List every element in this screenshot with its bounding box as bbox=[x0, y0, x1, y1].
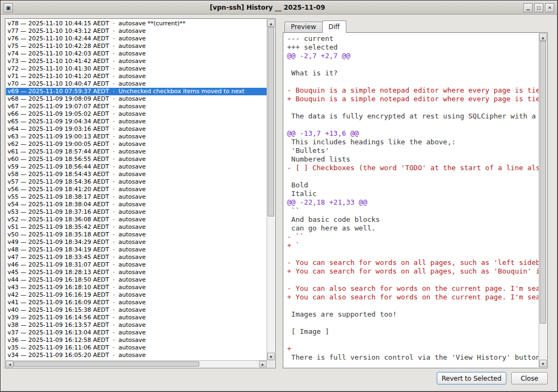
revert-to-selected-button[interactable]: Revert to Selected bbox=[437, 372, 506, 384]
history-row[interactable]: v52 — 2025-11-09 18:36:08 AEDT · autosav… bbox=[6, 216, 267, 223]
diff-content: --- current+++ selected@@ -2,7 +2,7 @@ W… bbox=[284, 33, 539, 367]
diff-vertical-scrollbar[interactable]: ▲ ▼ bbox=[539, 33, 547, 367]
diff-line-context: Bold bbox=[287, 181, 539, 190]
arrow-up-icon: ▲ bbox=[542, 36, 545, 39]
history-row[interactable]: v46 — 2025-11-09 18:31:07 AEDT · autosav… bbox=[6, 261, 267, 269]
history-row[interactable]: v53 — 2025-11-09 18:37:16 AEDT · autosav… bbox=[6, 208, 267, 216]
history-row[interactable]: v41 — 2025-11-09 16:16:09 AEDT · autosav… bbox=[6, 299, 267, 306]
diff-line-hunk: @@ -22,18 +21,33 @@ bbox=[287, 198, 539, 207]
history-row[interactable]: v58 — 2025-11-09 18:54:43 AEDT · autosav… bbox=[6, 171, 267, 178]
history-row[interactable]: v66 — 2025-11-09 19:05:02 AEDT · autosav… bbox=[6, 110, 267, 118]
scrollbar-track[interactable] bbox=[267, 27, 275, 353]
history-horizontal-scrollbar[interactable]: ◀ ▶ bbox=[6, 360, 267, 367]
history-row[interactable]: v48 — 2025-11-09 18:34:19 AEDT · autosav… bbox=[6, 246, 267, 254]
scrollbar-thumb[interactable] bbox=[540, 41, 546, 324]
diff-line-header: +++ selected bbox=[287, 43, 539, 52]
history-vertical-scrollbar[interactable]: ▲ ▼ bbox=[267, 19, 275, 360]
history-row[interactable]: v67 — 2025-11-09 19:07:07 AEDT · autosav… bbox=[6, 103, 267, 110]
history-row[interactable]: v45 — 2025-11-09 18:28:13 AEDT · autosav… bbox=[6, 269, 267, 276]
close-window-button[interactable]: ✕ bbox=[545, 3, 554, 12]
history-row[interactable]: v44 — 2025-11-09 16:18:50 AEDT · autosav… bbox=[6, 276, 267, 284]
history-row[interactable]: v39 — 2025-11-09 16:14:56 AEDT · autosav… bbox=[6, 314, 267, 321]
diff-line-added: + You can search for words on all pages,… bbox=[287, 267, 539, 276]
maximize-button[interactable]: □ bbox=[534, 3, 543, 12]
history-row[interactable]: v59 — 2025-11-09 18:56:44 AEDT · autosav… bbox=[6, 163, 267, 171]
diff-line-context bbox=[287, 302, 539, 310]
diff-line-header: --- current bbox=[287, 34, 539, 43]
history-row[interactable]: v63 — 2025-11-09 19:00:13 AEDT · autosav… bbox=[6, 133, 267, 141]
history-row[interactable]: v43 — 2025-11-09 16:18:10 AEDT · autosav… bbox=[6, 284, 267, 291]
diff-line-removed: - You can search for words on all pages,… bbox=[287, 258, 539, 267]
diff-line-context: Images are supported too! bbox=[287, 310, 539, 319]
history-row[interactable]: v62 — 2025-11-09 19:00:05 AEDT · autosav… bbox=[6, 141, 267, 148]
window-menu-button[interactable]: ▣ bbox=[4, 3, 13, 12]
diff-line-context: Italic bbox=[287, 190, 539, 198]
diff-line-context bbox=[287, 250, 539, 258]
scrollbar-thumb[interactable] bbox=[268, 27, 274, 216]
scroll-down-button[interactable]: ▼ bbox=[267, 353, 275, 360]
diff-line-removed: - [ ] Checkboxes (the word 'TODO' at the… bbox=[287, 164, 539, 172]
minimize-icon: ▁ bbox=[526, 5, 529, 10]
close-dialog-button[interactable]: Close bbox=[511, 372, 548, 384]
diff-line-context bbox=[287, 276, 539, 284]
history-row[interactable]: v56 — 2025-11-09 18:41:20 AEDT · autosav… bbox=[6, 186, 267, 193]
scroll-up-button[interactable]: ▲ bbox=[267, 19, 275, 27]
titlebar[interactable]: ▣ [vpn-ssh] History __ 2025-11-09 ▁ □ ✕ bbox=[1, 1, 557, 15]
history-row[interactable]: v68 — 2025-11-09 19:08:09 AEDT · autosav… bbox=[6, 95, 267, 103]
diff-line-context bbox=[287, 172, 539, 181]
history-row[interactable]: v36 — 2025-11-09 16:12:58 AEDT · autosav… bbox=[6, 337, 267, 344]
history-list[interactable]: v78 — 2025-11-10 10:44:15 AEDT · autosav… bbox=[6, 19, 267, 360]
diff-line-context bbox=[287, 103, 539, 112]
diff-line-context: What is it? bbox=[287, 69, 539, 78]
history-row[interactable]: v77 — 2025-11-10 10:43:12 AEDT · autosav… bbox=[6, 27, 267, 35]
minimize-button[interactable]: ▁ bbox=[524, 3, 533, 12]
history-row[interactable]: v75 — 2025-11-10 10:42:28 AEDT · autosav… bbox=[6, 43, 267, 50]
history-row[interactable]: v47 — 2025-11-09 18:33:45 AEDT · autosav… bbox=[6, 254, 267, 261]
history-row[interactable]: v40 — 2025-11-09 16:15:38 AEDT · autosav… bbox=[6, 306, 267, 314]
history-row[interactable]: v34 — 2025-11-09 16:05:20 AEDT · autosav… bbox=[6, 352, 267, 359]
history-row[interactable]: v72 — 2025-11-10 10:41:30 AEDT · autosav… bbox=[6, 65, 267, 73]
diff-line-context: There is full version control via the 'V… bbox=[287, 353, 539, 362]
history-row[interactable]: v57 — 2025-11-09 18:54:36 AEDT · autosav… bbox=[6, 178, 267, 186]
history-row[interactable]: v64 — 2025-11-09 19:03:16 AEDT · autosav… bbox=[6, 125, 267, 133]
scroll-down-button[interactable]: ▼ bbox=[539, 360, 547, 367]
scrollbar-track[interactable] bbox=[539, 41, 547, 360]
history-row[interactable]: v71 — 2025-11-10 10:41:20 AEDT · autosav… bbox=[6, 73, 267, 80]
maximize-icon: □ bbox=[537, 5, 541, 10]
diff-line-added: + ` bbox=[287, 241, 539, 250]
history-row[interactable]: v65 — 2025-11-09 19:04:34 AEDT · autosav… bbox=[6, 118, 267, 125]
diff-line-context bbox=[287, 78, 539, 86]
tab-diff[interactable]: Diff bbox=[322, 20, 346, 33]
history-row[interactable]: v55 — 2025-11-09 18:38:17 AEDT · autosav… bbox=[6, 193, 267, 201]
arrow-right-icon: ▶ bbox=[262, 362, 264, 366]
history-row[interactable]: v38 — 2025-11-09 16:13:57 AEDT · autosav… bbox=[6, 321, 267, 329]
history-row[interactable]: v35 — 2025-11-09 16:11:06 AEDT · autosav… bbox=[6, 344, 267, 352]
history-row[interactable]: v42 — 2025-11-09 16:16:19 AEDT · autosav… bbox=[6, 291, 267, 299]
history-row-selected[interactable]: v69 — 2025-11-10 07:59:37 AEDT · Uncheck… bbox=[6, 88, 267, 95]
scroll-right-button[interactable]: ▶ bbox=[259, 361, 267, 367]
diff-line-removed: - `` bbox=[287, 233, 539, 241]
scroll-left-button[interactable]: ◀ bbox=[6, 361, 13, 367]
tab-preview[interactable]: Preview bbox=[284, 22, 323, 32]
history-row[interactable]: v74 — 2025-11-10 10:42:03 AEDT · autosav… bbox=[6, 50, 267, 58]
diff-panel: --- current+++ selected@@ -2,7 +2,7 @@ W… bbox=[283, 32, 548, 368]
history-row[interactable]: v70 — 2025-11-10 10:40:47 AEDT · autosav… bbox=[6, 80, 267, 88]
history-row[interactable]: v49 — 2025-11-09 18:34:29 AEDT · autosav… bbox=[6, 239, 267, 246]
history-row[interactable]: v61 — 2025-11-09 18:57:44 AEDT · autosav… bbox=[6, 148, 267, 156]
history-row[interactable]: v60 — 2025-11-09 18:56:55 AEDT · autosav… bbox=[6, 156, 267, 163]
diff-line-context: can go here as well. bbox=[287, 224, 539, 233]
window-title: [vpn-ssh] History __ 2025-11-09 bbox=[13, 4, 522, 11]
scrollbar-thumb[interactable] bbox=[13, 361, 199, 367]
diff-line-context bbox=[287, 60, 539, 69]
scrollbar-track[interactable] bbox=[13, 361, 259, 367]
arrow-left-icon: ◀ bbox=[9, 362, 11, 366]
history-row[interactable]: v54 — 2025-11-09 18:38:04 AEDT · autosav… bbox=[6, 201, 267, 208]
diff-line-added: + You can also search for words on the c… bbox=[287, 293, 539, 302]
history-row[interactable]: v50 — 2025-11-09 18:35:18 AEDT · autosav… bbox=[6, 231, 267, 239]
history-row[interactable]: v37 — 2025-11-09 16:13:04 AEDT · autosav… bbox=[6, 329, 267, 337]
history-row[interactable]: v73 — 2025-11-10 10:41:42 AEDT · autosav… bbox=[6, 58, 267, 65]
history-row[interactable]: v78 — 2025-11-10 10:44:15 AEDT · autosav… bbox=[6, 20, 267, 27]
scroll-up-button[interactable]: ▲ bbox=[539, 33, 547, 41]
history-row[interactable]: v51 — 2025-11-09 18:35:42 AEDT · autosav… bbox=[6, 223, 267, 231]
history-row[interactable]: v76 — 2025-11-10 10:42:44 AEDT · autosav… bbox=[6, 35, 267, 43]
